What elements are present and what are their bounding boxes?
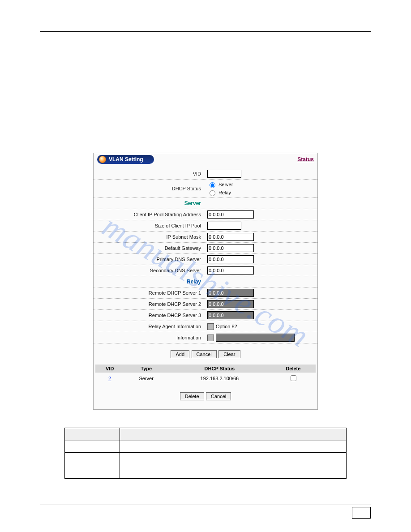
dhcp-relay-radio-label: Relay bbox=[218, 190, 231, 195]
vlan-setting-panel: manualshive.com VLAN Setting Status VID … bbox=[93, 153, 318, 410]
col-type: Type bbox=[124, 365, 168, 373]
cancel-button-2[interactable]: Cancel bbox=[206, 392, 231, 400]
gateway-input[interactable] bbox=[207, 244, 254, 252]
r2-input bbox=[207, 300, 254, 308]
col-delete: Delete bbox=[271, 365, 316, 373]
option82-label: Option 82 bbox=[216, 324, 237, 329]
information-input bbox=[216, 334, 295, 342]
row-status: 192.168.2.100/66 bbox=[168, 373, 271, 384]
panel-title: VLAN Setting bbox=[109, 156, 143, 163]
page-number-box bbox=[352, 507, 371, 519]
dhcp-server-radio[interactable] bbox=[210, 182, 215, 188]
sdns-label: Secondary DNS Server bbox=[94, 268, 207, 273]
r1-label: Remote DHCP Server 1 bbox=[94, 290, 207, 296]
pool-size-label: Size of Client IP Pool bbox=[94, 223, 207, 228]
dhcp-relay-radio[interactable] bbox=[210, 190, 215, 196]
information-checkbox bbox=[207, 335, 214, 341]
vid-input[interactable] bbox=[207, 170, 241, 178]
pdns-label: Primary DNS Server bbox=[94, 257, 207, 262]
sdns-input[interactable] bbox=[207, 266, 254, 275]
pool-size-input[interactable] bbox=[207, 222, 241, 230]
r2-label: Remote DHCP Server 2 bbox=[94, 301, 207, 307]
server-section-title: Server bbox=[94, 200, 207, 206]
option82-checkbox bbox=[207, 323, 214, 330]
row-type: Server bbox=[124, 373, 168, 384]
information-label: Information bbox=[94, 335, 207, 340]
col-status: DHCP Status bbox=[168, 365, 271, 373]
subnet-label: IP Subnet Mask bbox=[94, 234, 207, 240]
vid-label: VID bbox=[94, 171, 207, 176]
table-row: 2 Server 192.168.2.100/66 bbox=[95, 373, 316, 384]
dhcp-server-radio-label: Server bbox=[218, 182, 233, 187]
r3-label: Remote DHCP Server 3 bbox=[94, 313, 207, 318]
r1-input bbox=[207, 289, 254, 297]
pdns-input[interactable] bbox=[207, 255, 254, 263]
title-dot-icon bbox=[99, 156, 106, 163]
status-link[interactable]: Status bbox=[297, 156, 314, 163]
col-vid: VID bbox=[95, 365, 124, 373]
doc-description-table bbox=[64, 428, 347, 479]
subnet-input[interactable] bbox=[207, 233, 254, 241]
cancel-button[interactable]: Cancel bbox=[192, 350, 217, 358]
relay-agent-label: Relay Agent Information bbox=[94, 324, 207, 329]
row-vid-link[interactable]: 2 bbox=[108, 376, 111, 381]
row-delete-checkbox[interactable] bbox=[291, 375, 296, 381]
vlan-table: VID Type DHCP Status Delete 2 Server 192… bbox=[95, 365, 316, 384]
client-ip-label: Client IP Pool Starting Address bbox=[94, 212, 207, 217]
panel-title-pill: VLAN Setting bbox=[97, 155, 154, 164]
client-ip-input[interactable] bbox=[207, 210, 254, 219]
gateway-label: Default Gateway bbox=[94, 245, 207, 251]
dhcp-status-label: DHCP Status bbox=[94, 186, 207, 191]
relay-section-title: Relay bbox=[94, 279, 207, 285]
clear-button[interactable]: Clear bbox=[218, 350, 240, 358]
r3-input bbox=[207, 311, 254, 319]
delete-button[interactable]: Delete bbox=[180, 392, 204, 400]
add-button[interactable]: Add bbox=[171, 350, 189, 358]
